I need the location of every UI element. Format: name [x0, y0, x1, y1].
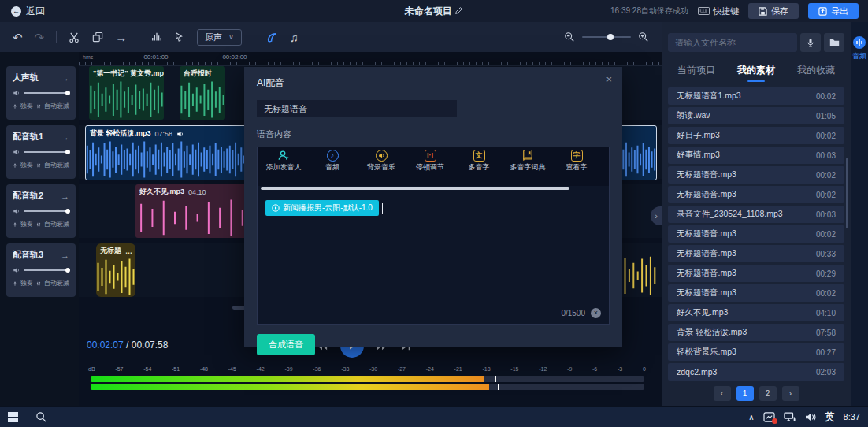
file-row[interactable]: 轻松背景乐.mp3 00:27	[668, 343, 844, 361]
polyphone-dict-button[interactable]: 多音字词典	[503, 150, 552, 186]
next-page-button[interactable]: ›	[782, 386, 799, 401]
speaker-chip[interactable]: 新闻播报男-云阳-默认-1.0	[265, 200, 379, 216]
file-row[interactable]: 无标题语音1.mp3 00:02	[668, 87, 844, 105]
audio-category-icon[interactable]	[853, 36, 866, 49]
toolbar-scrollbar[interactable]	[261, 187, 569, 190]
mic-icon[interactable]	[13, 162, 17, 169]
track-volume-slider[interactable]	[13, 207, 69, 215]
mic-icon[interactable]	[13, 221, 17, 228]
cut-button[interactable]	[69, 32, 80, 43]
shortcuts-button[interactable]: 快捷键	[698, 6, 739, 17]
mic-icon[interactable]	[13, 102, 17, 110]
volume-tray-icon[interactable]	[805, 412, 817, 422]
track-mixer-icon[interactable]	[36, 280, 41, 288]
voice-content-editor[interactable]: 添加发音人 ♪ 音频 背景音乐 I·I 停顿调节 文 多音字 多音字词典	[257, 147, 610, 325]
draw-tool-button[interactable]	[266, 32, 278, 43]
network-tray-icon[interactable]	[784, 412, 796, 422]
file-list-scrollbar[interactable]	[846, 158, 848, 228]
track-arrow-icon[interactable]: →	[61, 191, 69, 201]
close-icon[interactable]: ×	[606, 73, 612, 85]
copy-button[interactable]	[92, 32, 103, 43]
file-row[interactable]: 无标题语音.mp3 00:02	[668, 186, 844, 203]
file-row[interactable]: zdqc2.mp3 02:03	[668, 363, 844, 381]
timeline-ruler[interactable]: hms 00:01:00 00:02:00	[79, 52, 662, 66]
audio-category-label[interactable]: 音频	[851, 51, 867, 61]
save-button[interactable]: 保存	[748, 3, 799, 19]
voice-mode-select[interactable]: 原声 ∨	[197, 29, 242, 46]
file-row[interactable]: 好事情.mp3 00:03	[668, 147, 844, 164]
music-notes-button[interactable]: ♫	[290, 32, 299, 43]
back-button[interactable]: ← 返回	[0, 5, 56, 18]
export-button[interactable]: 导出	[808, 3, 859, 19]
pause-adjust-button[interactable]: I·I 停顿调节	[406, 150, 454, 186]
bgm-button[interactable]: 背景音乐	[357, 150, 406, 186]
voice-name-input[interactable]	[257, 100, 457, 117]
file-row[interactable]: 录音文件_230524_1108.mp3 00:03	[668, 206, 844, 223]
track-autoduck-button[interactable]: 自动衰减	[44, 102, 69, 110]
page-button[interactable]: 2	[759, 386, 777, 401]
track-mixer-icon[interactable]	[36, 162, 41, 169]
move-to-track-button[interactable]: →	[115, 32, 127, 43]
taskbar-search-icon[interactable]	[35, 411, 47, 423]
view-text-button[interactable]: 字 查看字	[552, 150, 601, 186]
track-solo-button[interactable]: 独奏	[20, 161, 33, 169]
file-row[interactable]: 朗读.wav 01:05	[668, 107, 844, 124]
stats-button[interactable]	[151, 32, 162, 43]
zoom-slider[interactable]	[582, 36, 631, 38]
track-arrow-icon[interactable]: →	[61, 251, 69, 260]
volume-knob[interactable]	[65, 209, 70, 214]
track-solo-button[interactable]: 独奏	[20, 102, 33, 110]
track-solo-button[interactable]: 独奏	[20, 220, 33, 228]
volume-knob[interactable]	[65, 150, 70, 154]
mic-icon[interactable]	[13, 280, 17, 288]
record-button[interactable]	[800, 33, 821, 52]
track-volume-slider[interactable]	[13, 148, 69, 156]
windows-start-button[interactable]	[8, 412, 18, 422]
track-volume-slider[interactable]	[13, 266, 69, 274]
file-row[interactable]: 好日子.mp3 00:02	[668, 127, 844, 144]
ime-indicator[interactable]: 英	[825, 410, 835, 424]
synthesize-button[interactable]: 合成语音	[257, 334, 315, 355]
polyphone-button[interactable]: 文 多音字	[454, 150, 503, 186]
audio-button[interactable]: ♪ 音频	[308, 150, 357, 186]
track-volume-slider[interactable]	[13, 89, 69, 97]
file-row[interactable]: 无标题语音.mp3 00:33	[668, 245, 844, 262]
file-row[interactable]: 好久不见.mp3 04:10	[668, 304, 844, 321]
prev-page-button[interactable]: ‹	[714, 386, 731, 401]
file-row[interactable]: 背景 轻松活泼.mp3 07:58	[668, 324, 844, 341]
track-arrow-icon[interactable]: →	[61, 132, 69, 142]
search-input[interactable]	[668, 33, 797, 52]
redo-button[interactable]: ↷	[35, 32, 45, 43]
file-row[interactable]: 无标题语音.mp3 00:02	[668, 284, 844, 302]
select-tool-button[interactable]	[174, 32, 185, 43]
audio-clip[interactable]: 无标题…	[96, 243, 135, 297]
zoom-out-icon[interactable]	[564, 32, 575, 43]
edit-title-icon[interactable]	[454, 6, 463, 17]
tray-expand-icon[interactable]: ∧	[748, 413, 754, 421]
volume-knob[interactable]	[65, 91, 70, 95]
track-mixer-icon[interactable]	[36, 221, 41, 228]
zoom-in-icon[interactable]	[638, 32, 649, 43]
tab-current-project[interactable]: 当前项目	[677, 64, 715, 82]
file-row[interactable]: 无标题语音.mp3 00:02	[668, 166, 844, 184]
add-speaker-button[interactable]: 添加发音人	[259, 150, 308, 186]
undo-button[interactable]: ↶	[13, 32, 23, 43]
tab-my-materials[interactable]: 我的素材	[737, 64, 775, 82]
zoom-slider-knob[interactable]	[607, 34, 614, 40]
import-file-button[interactable]	[824, 33, 844, 52]
recorder-tray-icon[interactable]	[763, 412, 775, 422]
track-autoduck-button[interactable]: 自动衰减	[44, 279, 69, 288]
clear-text-icon[interactable]: ×	[591, 308, 601, 318]
track-autoduck-button[interactable]: 自动衰减	[44, 161, 69, 169]
page-button[interactable]: 1	[736, 386, 754, 401]
track-solo-button[interactable]: 独奏	[20, 279, 33, 288]
file-row[interactable]: 无标题语音.mp3 00:29	[668, 265, 844, 282]
clock[interactable]: 8:37	[844, 412, 860, 421]
audio-clip[interactable]: "第一书记" 黄文秀.mp3	[89, 66, 164, 120]
volume-knob[interactable]	[65, 268, 70, 273]
track-arrow-icon[interactable]: →	[61, 73, 69, 83]
file-row[interactable]: 无标题语音.mp3 00:02	[668, 225, 844, 243]
audio-clip[interactable]: 台呼报时	[180, 66, 225, 120]
track-autoduck-button[interactable]: 自动衰减	[44, 220, 69, 228]
track-mixer-icon[interactable]	[36, 102, 41, 110]
